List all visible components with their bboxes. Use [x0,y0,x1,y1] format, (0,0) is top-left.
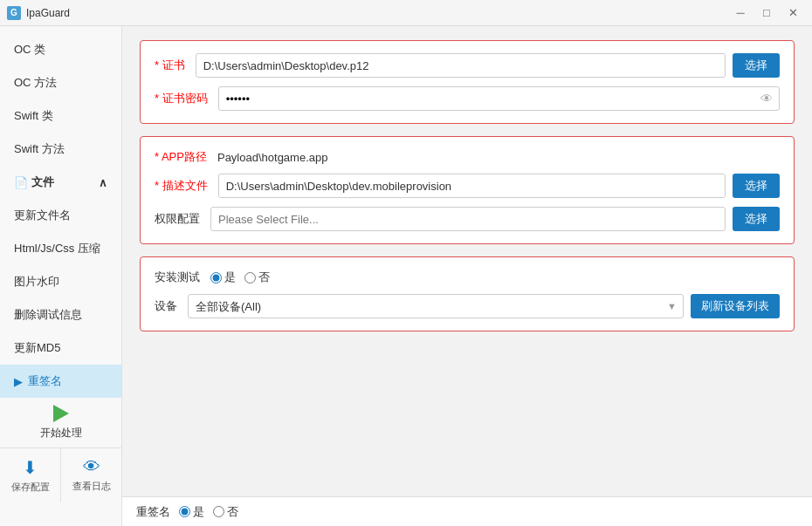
install-test-label: 安装测试 [155,270,200,285]
sidebar-section-file: 📄 文件 ∧ [0,166,121,199]
cert-password-row: * 证书密码 👁 [155,86,780,111]
app-path-value: Payload\hotgame.app [217,151,327,164]
title-bar: G IpaGuard ─ □ ✕ [0,0,812,26]
sidebar-item-html-compress[interactable]: Html/Js/Css 压缩 [0,232,121,265]
resign-icon: ▶ [14,375,23,388]
play-icon [53,405,69,422]
profile-select-button[interactable]: 选择 [733,174,780,198]
resign-yes-option[interactable]: 是 [179,504,204,520]
permissions-row: 权限配置 选择 [155,207,780,231]
sidebar-item-oc-method[interactable]: OC 方法 [0,66,121,99]
install-test-row: 安装测试 是 否 [155,270,780,285]
title-bar-left: G IpaGuard [7,6,70,20]
install-test-no-radio[interactable] [244,272,256,283]
install-test-yes-option[interactable]: 是 [210,270,236,285]
resign-no-radio[interactable] [213,506,224,517]
app-body: OC 类 OC 方法 Swift 类 Swift 方法 📄 文件 ∧ 更新文件名… [0,26,812,526]
bottom-bar: 重签名 是 否 [122,496,812,526]
save-config-button[interactable]: ⬇ 保存配置 [0,448,61,502]
device-label: 设备 [155,298,177,314]
install-section: 安装测试 是 否 设备 [140,256,795,331]
cert-password-input[interactable] [218,86,780,111]
save-icon: ⬇ [23,457,38,478]
sidebar-item-swift-method[interactable]: Swift 方法 [0,133,121,166]
refresh-devices-button[interactable]: 刷新设备列表 [691,294,780,318]
install-test-yes-radio[interactable] [210,272,222,283]
sidebar-item-image-watermark[interactable]: 图片水印 [0,265,121,298]
view-log-button[interactable]: 👁 查看日志 [61,448,121,502]
sidebar-item-resign[interactable]: ▶ 重签名 [0,365,121,398]
cert-password-wrapper: 👁 [218,86,780,111]
permissions-input[interactable] [210,207,726,231]
chevron-up-icon: ∧ [99,176,107,189]
certificate-section: * 证书 选择 * 证书密码 👁 [140,40,795,124]
install-test-radio-group: 是 否 [210,270,270,285]
cert-select-button[interactable]: 选择 [733,53,780,78]
resign-radio-group: 是 否 [179,504,238,520]
window-controls: ─ □ ✕ [728,3,805,23]
sidebar-item-swift-class[interactable]: Swift 类 [0,99,121,133]
main-content: * 证书 选择 * 证书密码 👁 * APP路径 [122,26,812,496]
sidebar-item-oc-class[interactable]: OC 类 [0,33,121,66]
profile-label: * 描述文件 [155,178,208,194]
profile-input[interactable] [218,174,726,198]
device-row: 设备 全部设备(All) ▼ 刷新设备列表 [155,294,780,318]
sidebar-actions: ⬇ 保存配置 👁 查看日志 [0,447,121,502]
permissions-label: 权限配置 [155,211,200,227]
app-path-label: * APP路径 [155,149,207,165]
profile-row: * 描述文件 选择 [155,174,780,198]
main-area: * 证书 选择 * 证书密码 👁 * APP路径 [122,26,812,526]
sidebar-item-remove-debug[interactable]: 删除调试信息 [0,298,121,331]
app-section: * APP路径 Payload\hotgame.app * 描述文件 选择 权限… [140,136,795,244]
cert-path-input[interactable] [196,53,726,78]
title-bar-title: IpaGuard [26,7,70,19]
eye-icon: 👁 [83,457,100,477]
install-test-no-option[interactable]: 否 [244,270,270,285]
sidebar-item-update-filename[interactable]: 更新文件名 [0,199,121,232]
permissions-select-button[interactable]: 选择 [733,207,780,231]
start-button-area: 开始处理 [0,398,121,447]
app-path-row: * APP路径 Payload\hotgame.app [155,149,780,165]
file-icon: 📄 [14,176,28,189]
maximize-button[interactable]: □ [754,3,779,23]
resign-bottom-label: 重签名 [136,504,170,520]
start-button[interactable]: 开始处理 [40,405,82,441]
minimize-button[interactable]: ─ [728,3,753,23]
resign-yes-radio[interactable] [179,506,190,517]
sidebar: OC 类 OC 方法 Swift 类 Swift 方法 📄 文件 ∧ 更新文件名… [0,26,122,526]
device-select[interactable]: 全部设备(All) [188,294,684,318]
password-visibility-toggle[interactable]: 👁 [760,92,773,106]
cert-path-row: * 证书 选择 [155,53,780,78]
cert-password-label: * 证书密码 [155,91,208,106]
close-button[interactable]: ✕ [781,3,805,23]
sidebar-item-update-md5[interactable]: 更新MD5 [0,331,121,365]
app-icon: G [7,6,21,20]
cert-path-label: * 证书 [155,58,185,73]
device-select-wrapper: 全部设备(All) ▼ [188,294,684,318]
resign-no-option[interactable]: 否 [213,504,238,520]
